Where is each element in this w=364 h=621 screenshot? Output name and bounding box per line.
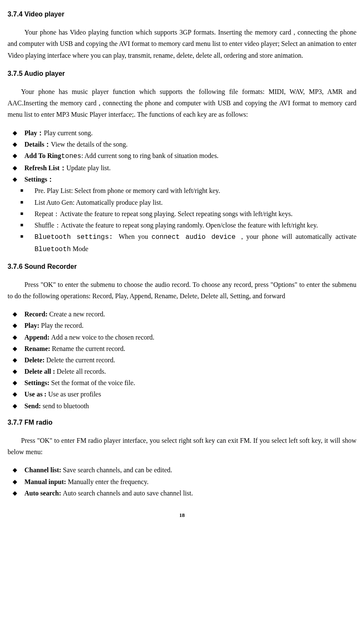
list-item: Play：Play current song. [8, 127, 356, 139]
label-send: Send: [24, 402, 43, 410]
list-item: Use as : Use as user profiles [8, 388, 356, 400]
text-send: send to bluetooth [43, 402, 89, 410]
settings-sub-list: Pre. Play List: Select from phone or mem… [8, 185, 356, 255]
list-item: Bluetooth settings: When you connect aud… [8, 231, 356, 255]
list-item: Record: Create a new record. [8, 308, 356, 320]
list-item: Pre. Play List: Select from phone or mem… [8, 185, 356, 196]
text-bt-2: , your phone will automatically activate [241, 233, 356, 240]
list-item: Delete all : Delete all records. [8, 366, 356, 377]
list-item: Append: Add a new voice to the chosen re… [8, 332, 356, 343]
label-record: Record: [24, 310, 49, 318]
text-delete: Delete the current record. [46, 356, 115, 364]
label-details: Details： [24, 141, 51, 148]
list-item: Rename: Rename the current record. [8, 343, 356, 354]
label-auto-search: Auto search: [24, 490, 63, 497]
paragraph-video-body: Your phone has Video playing function wh… [8, 27, 356, 61]
heading-video-player: 3.7.4 Video player [8, 8, 356, 20]
text-rec-settings: Set the format of the voice file. [51, 379, 135, 386]
paragraph-audio-body: Your phone has music player function whi… [8, 86, 356, 120]
list-item: Refresh List：Update play list. [8, 162, 356, 174]
label-ringtones: Add To Ring [24, 152, 61, 159]
list-item: Manual input: Manually enter the frequen… [8, 476, 356, 487]
label-bluetooth-settings: Bluetooth settings: [35, 233, 119, 241]
text-useas: Use as user profiles [48, 391, 101, 398]
text-ringtones: : Add current song to ring bank of situa… [81, 152, 218, 159]
text-auto-search: Auto search channels and auto save chann… [63, 490, 193, 497]
text-record: Create a new record. [49, 310, 105, 318]
text-rename: Rename the current record. [52, 345, 125, 352]
page-number: 18 [8, 511, 356, 520]
list-item: Repeat：Activate the feature to repeat so… [8, 208, 356, 219]
heading-sound-recorder: 3.7.6 Sound Recorder [8, 261, 356, 272]
list-item: Send: send to bluetooth [8, 400, 356, 412]
list-item: Delete: Delete the current record. [8, 354, 356, 366]
text-bt-mono2: Bluetooth [35, 246, 71, 253]
text-play-rec: Play the record. [41, 322, 84, 329]
list-item: Settings: Set the format of the voice fi… [8, 377, 356, 388]
text-play: Play current song. [44, 129, 93, 137]
text-append: Add a new voice to the chosen record. [51, 334, 154, 341]
text-refresh: Update play list. [66, 164, 111, 171]
label-channel-list: Channel list: [24, 466, 63, 474]
text-details: View the details of the song. [51, 141, 128, 148]
list-item: List Auto Gen: Automatically produce pla… [8, 197, 356, 208]
label-ringtones-mono: tones [61, 153, 81, 160]
label-useas: Use as : [24, 391, 48, 398]
label-rec-settings: Settings: [24, 379, 51, 386]
list-item: Play: Play the record. [8, 320, 356, 331]
label-delete: Delete: [24, 356, 46, 364]
list-item: Details：View the details of the song. [8, 139, 356, 150]
list-item: Auto search: Auto search channels and au… [8, 487, 356, 499]
paragraph-recorder-body: Press "OK" to enter the submenu to choos… [8, 279, 356, 302]
paragraph-fm-body: Press "OK" to enter FM radio player inte… [8, 435, 356, 458]
text-bt-1: When you [119, 233, 151, 240]
text-bt-mono1: connect audio device [151, 233, 241, 241]
text-bt-end: Mode [71, 245, 88, 252]
heading-fm-radio: 3.7.7 FM radio [8, 417, 356, 428]
text-deleteall: Delete all records. [57, 368, 106, 375]
list-item: Shuffle：Activate the feature to repeat s… [8, 219, 356, 231]
label-manual-input: Manual input: [24, 478, 68, 485]
label-rename: Rename: [24, 345, 52, 352]
label-play-rec: Play: [24, 322, 41, 329]
label-refresh: Refresh List： [24, 164, 66, 171]
label-deleteall: Delete all : [24, 368, 57, 375]
label-settings: Settings： [24, 176, 54, 183]
list-item: Settings： Pre. Play List: Select from ph… [8, 174, 356, 255]
recorder-options-list: Record: Create a new record. Play: Play … [8, 308, 356, 412]
fm-options-list: Channel list: Save search channels, and … [8, 464, 356, 499]
list-item: Channel list: Save search channels, and … [8, 464, 356, 476]
heading-audio-player: 3.7.5 Audio player [8, 68, 356, 79]
text-manual-input: Manually enter the frequency. [68, 478, 149, 485]
text-channel-list: Save search channels, and can be edited. [63, 466, 172, 474]
list-item: Add To Ringtones: Add current song to ri… [8, 150, 356, 162]
audio-options-list: Play：Play current song. Details：View the… [8, 127, 356, 256]
label-append: Append: [24, 334, 51, 341]
label-play: Play： [24, 129, 44, 137]
